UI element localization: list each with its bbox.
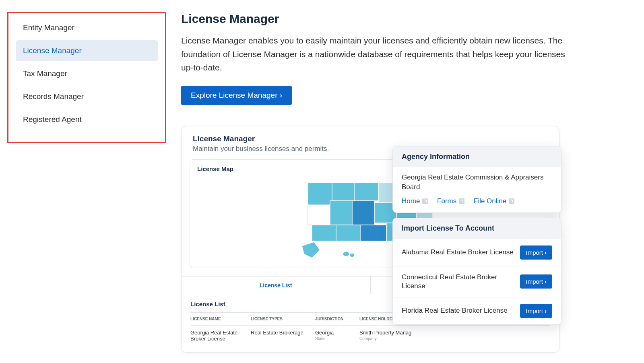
svg-rect-13 [336, 225, 360, 241]
svg-rect-0 [308, 183, 332, 205]
table-row[interactable]: Georgia Real Estate Broker License Real … [190, 326, 550, 346]
agency-link-home-label: Home [402, 197, 420, 205]
svg-rect-1 [332, 183, 354, 201]
preview-title: License Manager [193, 134, 548, 143]
external-link-icon [459, 198, 464, 204]
agency-name: Georgia Real Estate Commission & Apprais… [402, 173, 552, 192]
cell-jurisdiction-sub: State [315, 336, 359, 341]
tab-license-list[interactable]: License List [182, 276, 371, 294]
import-button-label: Import [526, 307, 543, 314]
import-row: Connecticut Real Estate Broker License I… [393, 266, 561, 297]
svg-rect-6 [308, 205, 330, 225]
cell-holder-value: Smith Property Manag [359, 330, 411, 336]
agency-link-forms-label: Forms [437, 197, 456, 205]
svg-point-18 [343, 252, 349, 256]
cell-jurisdiction-value: Georgia [315, 330, 334, 336]
column-license-name: LICENSE NAME [190, 317, 251, 321]
agency-info-card: Agency Information Georgia Real Estate C… [392, 146, 561, 213]
import-button-label: Import [526, 278, 543, 285]
import-panel-title: Import License To Account [402, 224, 552, 233]
import-item-label: Alabama Real Estate Broker License [402, 248, 514, 257]
import-license-card: Import License To Account Alabama Real E… [392, 218, 561, 325]
sidebar-nav: Entity Manager License Manager Tax Manag… [7, 12, 166, 143]
cell-holder-sub: Company [359, 336, 428, 341]
import-row: Florida Real Estate Broker License Impor… [393, 297, 561, 324]
column-license-types: LICENSE TYPES [251, 317, 315, 321]
external-link-icon [509, 198, 514, 204]
import-button[interactable]: Import› [520, 245, 552, 260]
sidebar-item-entity-manager[interactable]: Entity Manager [16, 17, 158, 38]
svg-rect-7 [330, 201, 352, 225]
agency-link-file-online[interactable]: File Online [474, 197, 514, 205]
chevron-right-icon: › [545, 307, 547, 314]
column-jurisdiction: JURISDICTION [315, 317, 359, 321]
agency-panel-title: Agency Information [402, 153, 552, 161]
explore-button[interactable]: Explore License Manager › [181, 86, 292, 105]
cell-license-holder: Smith Property Manag Company [359, 330, 428, 342]
agency-link-file-online-label: File Online [474, 197, 506, 205]
chevron-right-icon: › [545, 249, 547, 256]
svg-point-19 [350, 253, 355, 257]
page-description: License Manager enables you to easily ma… [181, 34, 576, 74]
import-button-label: Import [526, 249, 543, 256]
sidebar-item-registered-agent[interactable]: Registered Agent [16, 109, 158, 130]
import-item-label: Florida Real Estate Broker License [402, 306, 508, 315]
svg-marker-17 [302, 242, 320, 258]
cell-jurisdiction: Georgia State [315, 330, 359, 342]
svg-rect-12 [312, 225, 336, 241]
import-button[interactable]: Import› [520, 274, 552, 289]
cell-license-types: Real Estate Brokerage [251, 330, 315, 342]
cell-license-name: Georgia Real Estate Broker License [190, 330, 251, 342]
svg-rect-2 [354, 183, 378, 201]
agency-link-home[interactable]: Home [402, 197, 428, 205]
svg-rect-14 [360, 225, 386, 241]
sidebar-item-license-manager[interactable]: License Manager [16, 40, 158, 61]
svg-rect-8 [352, 201, 374, 225]
agency-link-forms[interactable]: Forms [437, 197, 464, 205]
import-button[interactable]: Import› [520, 304, 552, 318]
page-title: License Manager [181, 12, 576, 26]
import-item-label: Connecticut Real Estate Broker License [402, 273, 520, 291]
import-row: Alabama Real Estate Broker License Impor… [393, 239, 561, 266]
chevron-right-icon: › [545, 278, 547, 285]
sidebar-item-tax-manager[interactable]: Tax Manager [16, 63, 158, 84]
external-link-icon [422, 198, 428, 204]
sidebar-item-records-manager[interactable]: Records Manager [16, 86, 158, 107]
